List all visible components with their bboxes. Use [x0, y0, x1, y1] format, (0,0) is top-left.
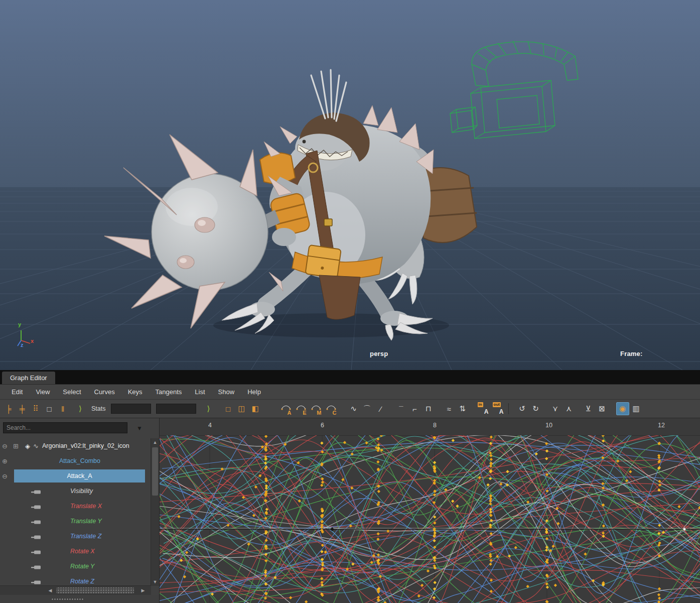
- outliner-tree: ⊖⊞◈∿Argonian_v02:lt_pinky_02_icon⊕Attack…: [0, 438, 151, 586]
- outliner-row-visibility[interactable]: Visibility: [0, 484, 151, 499]
- default-in-tangent-icon[interactable]: inA: [478, 402, 491, 415]
- ruler-tick-12: 12: [658, 422, 665, 429]
- outliner-row-attack-combo[interactable]: ⊕Attack_Combo: [0, 453, 151, 468]
- outliner-row-attack-a[interactable]: ⊖Attack_A: [0, 468, 151, 484]
- ruler-tick-8: 8: [433, 422, 437, 429]
- stats-field-2[interactable]: [156, 404, 196, 414]
- camera-name-label: persp: [370, 350, 388, 357]
- channel-mute-icon[interactable]: [31, 503, 41, 512]
- frame-all-icon[interactable]: □: [222, 402, 235, 415]
- default-out-tangent-icon[interactable]: outA: [493, 402, 506, 415]
- grip-dots-icon: [51, 598, 83, 600]
- axis-lines-icon: [14, 323, 37, 349]
- channel-label: Rotate Y: [70, 559, 94, 574]
- lock-tangent-weight-icon[interactable]: ⊠: [596, 402, 609, 415]
- pre-infinity-cycle-icon[interactable]: ↺: [516, 402, 529, 415]
- search-filter-dropdown[interactable]: ▼: [130, 422, 149, 434]
- flat-tangent-icon[interactable]: ¯: [395, 402, 408, 415]
- outliner-horizontal-scrollbar[interactable]: ◀ ▶: [0, 585, 151, 595]
- unify-tangents-icon[interactable]: ⋏: [563, 402, 576, 415]
- outliner-row-translate-z[interactable]: Translate Z: [0, 529, 151, 544]
- expand-icon[interactable]: ⊕: [2, 457, 8, 465]
- tangent-clamp-icon[interactable]: C: [325, 402, 338, 415]
- channel-mute-icon[interactable]: [31, 533, 41, 542]
- stats-field-1[interactable]: [111, 404, 151, 414]
- channel-label: Rotate X: [70, 544, 95, 559]
- axis-x-label: x: [31, 338, 34, 344]
- outliner-vertical-scrollbar[interactable]: ▲ ▼: [151, 438, 159, 586]
- retime-tool-icon[interactable]: ‖: [56, 402, 69, 415]
- scrollbar-thumb[interactable]: [152, 447, 158, 496]
- channel-label: Translate Y: [70, 514, 102, 529]
- outliner-row-rotate-z[interactable]: Rotate Z: [0, 574, 151, 586]
- graph-editor-outliner: ▼ ⊖⊞◈∿Argonian_v02:lt_pinky_02_icon⊕Atta…: [0, 418, 160, 603]
- curve-canvas[interactable]: [160, 435, 700, 603]
- outliner-row-translate-y[interactable]: Translate Y: [0, 514, 151, 529]
- scroll-up-icon[interactable]: ▲: [151, 438, 159, 446]
- outliner-root-label: Argonian_v02:lt_pinky_02_icon: [42, 438, 151, 453]
- plateau-tangent-icon[interactable]: ⊓: [422, 402, 435, 415]
- lattice-deform-keys-tool-icon[interactable]: ⠿: [29, 402, 42, 415]
- menu-show[interactable]: Show: [212, 385, 241, 400]
- menu-select[interactable]: Select: [56, 385, 87, 400]
- frame-playback-range-icon[interactable]: ◫: [235, 402, 248, 415]
- timeline-ruler[interactable]: 4681012: [160, 418, 700, 436]
- playback-range-right-icon[interactable]: ⟩: [202, 402, 215, 415]
- menu-view[interactable]: View: [29, 385, 56, 400]
- tangent-auto-icon[interactable]: A: [279, 402, 293, 415]
- 3d-viewport[interactable]: persp Frame: y z x: [0, 0, 700, 370]
- center-current-time-icon[interactable]: ◧: [249, 402, 262, 415]
- swap-buffer-curve-icon[interactable]: ⇅: [456, 402, 469, 415]
- panel-tab-bar: Graph Editor: [0, 370, 700, 384]
- graph-editor-tab[interactable]: Graph Editor: [2, 372, 55, 384]
- linear-tangent-icon[interactable]: ∕: [374, 402, 387, 415]
- channel-mute-icon[interactable]: [31, 578, 41, 586]
- clamped-tangent-icon[interactable]: ⌒: [361, 402, 374, 415]
- clip-label: Attack_Combo: [59, 453, 100, 468]
- scrollbar-thumb[interactable]: [56, 587, 134, 593]
- channel-mute-icon[interactable]: [31, 548, 41, 557]
- stats-label: Stats: [91, 405, 106, 412]
- move-nearest-picked-key-tool-icon[interactable]: ╞: [2, 402, 15, 415]
- step-tangent-icon[interactable]: ⌐: [408, 402, 422, 415]
- menu-curves[interactable]: Curves: [88, 385, 121, 400]
- playback-range-left-icon[interactable]: ⟩: [74, 402, 87, 415]
- collapse-icon[interactable]: ⊖: [2, 472, 8, 480]
- graph-editor-toolbar: ╞╪⠿□‖⟩Stats⟩□◫◧AEMC∿⌒∕¯⌐⊓≈⇅inAoutA↺↻⋎⋏⊻⊠…: [0, 399, 700, 418]
- post-infinity-cycle-icon[interactable]: ↻: [529, 402, 542, 415]
- outliner-row-translate-x[interactable]: Translate X: [0, 499, 151, 514]
- edge-partial-icon[interactable]: ▥: [630, 402, 643, 415]
- insert-keys-tool-icon[interactable]: ╪: [16, 402, 29, 415]
- graph-editor-menubar: EditViewSelectCurvesKeysTangentsListShow…: [0, 384, 700, 399]
- clip-label: Attack_A: [14, 468, 145, 484]
- collapse-icon[interactable]: ⊖: [2, 442, 8, 450]
- menu-tangents[interactable]: Tangents: [149, 385, 189, 400]
- menu-keys[interactable]: Keys: [121, 385, 149, 400]
- menu-edit[interactable]: Edit: [5, 385, 29, 400]
- tangent-mirror-icon[interactable]: M: [310, 402, 323, 415]
- outliner-row-argonian-v02-lt-pinky-02-icon[interactable]: ⊖⊞◈∿Argonian_v02:lt_pinky_02_icon: [0, 438, 151, 453]
- region-keys-tool-icon[interactable]: □: [43, 402, 56, 415]
- buffer-curve-snapshot-icon[interactable]: ≈: [443, 402, 456, 415]
- menu-help[interactable]: Help: [241, 385, 267, 400]
- scroll-left-icon[interactable]: ◀: [46, 586, 54, 594]
- spline-tangent-icon[interactable]: ∿: [347, 402, 360, 415]
- scroll-down-icon[interactable]: ▼: [151, 578, 159, 586]
- channel-mute-icon[interactable]: [31, 563, 41, 572]
- ruler-tick-6: 6: [321, 422, 324, 429]
- axis-y-label: y: [18, 321, 21, 327]
- expand-all-icon[interactable]: ⊞: [13, 442, 19, 450]
- tangent-ease-icon[interactable]: E: [295, 402, 308, 415]
- curve-graph-area[interactable]: 4681012: [160, 418, 700, 603]
- time-editor-icon[interactable]: ◉: [616, 402, 629, 415]
- panel-resize-grip[interactable]: [0, 595, 159, 603]
- outliner-row-rotate-x[interactable]: Rotate X: [0, 544, 151, 559]
- free-tangent-weight-icon[interactable]: ⊻: [582, 402, 595, 415]
- menu-list[interactable]: List: [188, 385, 211, 400]
- channel-mute-icon[interactable]: [31, 518, 41, 527]
- channel-mute-icon[interactable]: [31, 488, 41, 497]
- search-input[interactable]: [3, 422, 127, 433]
- break-tangents-icon[interactable]: ⋎: [549, 402, 562, 415]
- outliner-row-rotate-y[interactable]: Rotate Y: [0, 559, 151, 574]
- scroll-right-icon[interactable]: ▶: [139, 586, 147, 594]
